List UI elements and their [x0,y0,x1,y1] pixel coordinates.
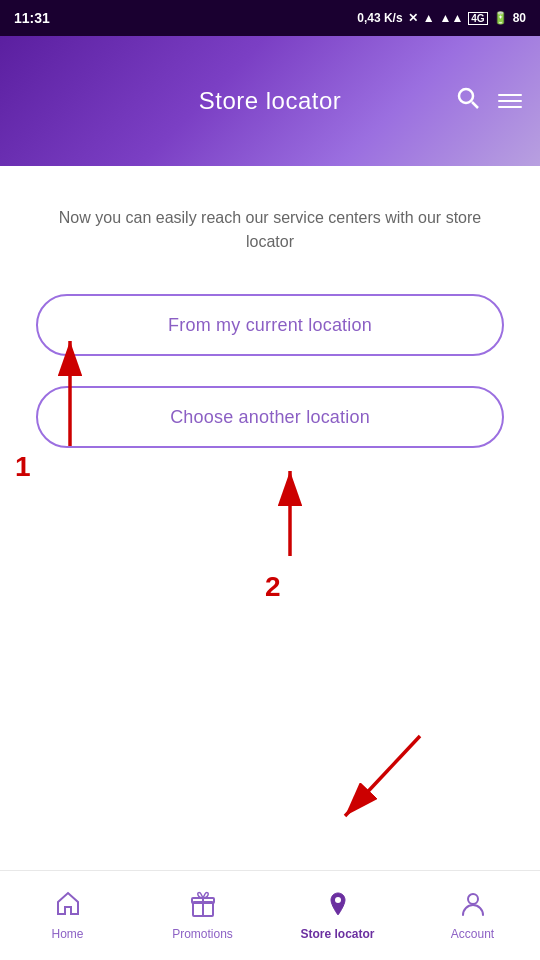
search-button[interactable] [456,86,480,116]
menu-button[interactable] [498,94,522,108]
nav-item-account[interactable]: Account [405,890,540,941]
page-title: Store locator [199,87,342,115]
battery-icon: 🔋 [493,11,508,25]
promotions-icon [189,890,217,922]
choose-location-button[interactable]: Choose another location [36,386,504,448]
nav-label-store-locator: Store locator [300,927,374,941]
status-right: 0,43 K/s ✕ ▲ ▲▲ 4G 🔋 80 [357,11,526,25]
main-content: Now you can easily reach our service cen… [0,166,540,478]
4g-icon: 4G [468,12,487,25]
wifi-icon: ▲ [423,11,435,25]
store-locator-icon [324,890,352,922]
svg-point-11 [468,894,478,904]
svg-point-10 [335,897,341,903]
nav-label-account: Account [451,927,494,941]
nav-item-home[interactable]: Home [0,890,135,941]
header: Store locator [0,36,540,166]
battery-level: 80 [513,11,526,25]
status-time: 11:31 [14,10,50,26]
nav-label-promotions: Promotions [172,927,233,941]
network-icon: ▲▲ [440,11,464,25]
home-icon [54,890,82,922]
svg-line-1 [472,102,478,108]
svg-point-0 [459,89,473,103]
nav-label-home: Home [51,927,83,941]
svg-text:2: 2 [265,571,281,602]
nav-item-promotions[interactable]: Promotions [135,890,270,941]
bottom-nav: Home Promotions Store locator [0,870,540,960]
status-bar: 11:31 0,43 K/s ✕ ▲ ▲▲ 4G 🔋 80 [0,0,540,36]
description-text: Now you can easily reach our service cen… [36,206,504,254]
account-icon [459,890,487,922]
signal-icon: ✕ [408,11,418,25]
data-speed: 0,43 K/s [357,11,402,25]
current-location-button[interactable]: From my current location [36,294,504,356]
nav-item-store-locator[interactable]: Store locator [270,890,405,941]
svg-line-7 [345,736,420,816]
